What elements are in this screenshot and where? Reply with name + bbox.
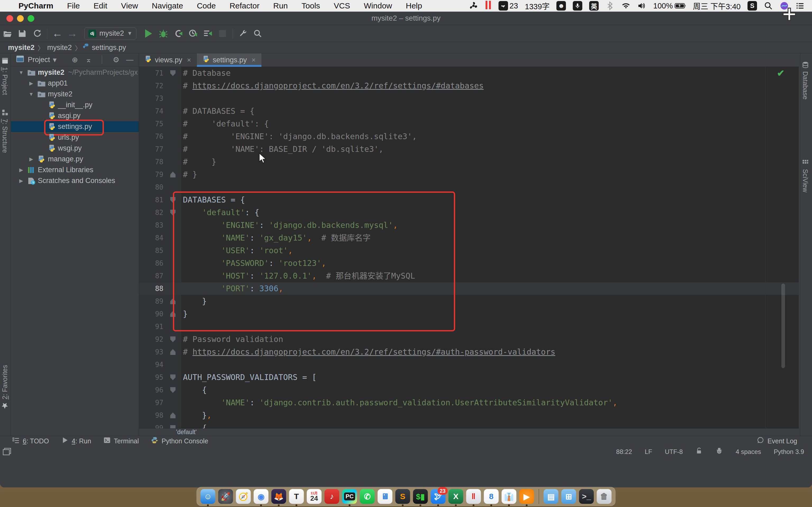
dock-typora[interactable]: T (289, 489, 304, 504)
dock-sunflower[interactable]: 8 (484, 489, 499, 504)
editor-scrollbar[interactable] (781, 284, 785, 368)
caret-position[interactable]: 88:22 (616, 448, 632, 455)
wifi-icon[interactable] (621, 1, 630, 10)
dock-keynote[interactable]: 🖥 (378, 489, 393, 504)
code-line-79[interactable]: 79# } (139, 168, 799, 181)
search-everywhere-icon[interactable] (250, 28, 265, 39)
profiler-button[interactable] (186, 28, 200, 39)
editor-area[interactable]: views.py × settings.py × 71# Database72#… (139, 53, 799, 436)
collapse-arrow-icon[interactable]: ▼ (17, 70, 25, 75)
dock-launchpad[interactable]: 🚀 (218, 489, 233, 504)
tree-item-manage-py[interactable]: ▶manage.py (11, 154, 139, 165)
forward-icon[interactable]: → (65, 28, 80, 39)
dock-firefox[interactable]: 🦊 (271, 489, 286, 504)
dock-calendar[interactable]: 11月24 (307, 489, 322, 504)
tree-item-scratches-and-consoles[interactable]: ▶Scratches and Consoles (11, 175, 139, 186)
code-line-92[interactable]: 92# Password validation (139, 333, 799, 346)
fold-marker-icon[interactable] (170, 172, 175, 177)
toolwindow-button-python-console[interactable]: Python Console (151, 437, 208, 446)
dock-pycharm[interactable]: PC (342, 489, 357, 504)
fold-marker-icon[interactable] (170, 336, 175, 342)
tool-stripe-database[interactable]: Database (801, 61, 809, 100)
dock-netease-music[interactable]: ♪ (324, 489, 339, 504)
menu-window[interactable]: Window (357, 1, 399, 10)
event-log-button[interactable]: Event Log (757, 437, 797, 446)
debug-button[interactable] (156, 28, 171, 39)
dock-folder-windows[interactable]: ⊞ (561, 489, 576, 504)
notification-list-icon[interactable] (796, 1, 805, 10)
fold-marker-icon[interactable] (170, 70, 175, 76)
hector-icon[interactable] (715, 447, 723, 456)
word-count[interactable]: 1339字 (525, 0, 550, 11)
breadcrumb-element[interactable]: 'default' (176, 429, 197, 436)
dock-excel[interactable]: X (449, 489, 463, 504)
menu-clock[interactable]: 周三 下午3:40 (693, 0, 741, 11)
menu-tools[interactable]: Tools (295, 1, 327, 10)
ime-icon[interactable]: 英 (589, 1, 599, 11)
code-line-93[interactable]: 93# https://docs.djangoproject.com/en/3.… (139, 346, 799, 358)
close-icon[interactable]: × (187, 56, 191, 64)
dock-trash[interactable]: 🗑 (597, 489, 612, 504)
locate-file-icon[interactable]: ⊕ (68, 55, 82, 64)
spotlight-icon[interactable] (764, 1, 773, 10)
gear-icon[interactable]: ⚙ (109, 55, 123, 64)
breadcrumb-item[interactable]: mysite2 (6, 44, 37, 52)
toolwindow-button-4--run[interactable]: 4: Run (61, 437, 91, 446)
code-line-97[interactable]: 97 'NAME': 'django.contrib.auth.password… (139, 396, 799, 409)
tool-windows-toggle-icon[interactable] (3, 448, 12, 456)
tool-stripe----structure[interactable]: 7: Structure (1, 109, 9, 153)
tool-stripe----favorites[interactable]: 2: Favorites (1, 365, 9, 409)
stop-button[interactable] (215, 28, 230, 39)
dock-tv[interactable]: ▶ (519, 489, 534, 504)
menu-navigate[interactable]: Navigate (145, 1, 190, 10)
open-icon[interactable] (0, 28, 15, 39)
menu-view[interactable]: View (114, 1, 145, 10)
fold-marker-icon[interactable] (170, 375, 175, 380)
code-line-74[interactable]: 74# DATABASES = { (139, 105, 799, 117)
editor-breadcrumb-bar[interactable]: 'default' (139, 428, 799, 436)
dingtalk-menu-icon[interactable]: 23 (499, 1, 518, 11)
tree-item-mysite2[interactable]: ▼mysite2 (11, 89, 139, 100)
menu-vcs[interactable]: VCS (327, 1, 357, 10)
code-line-96[interactable]: 96 { (139, 384, 799, 396)
run-multi-button[interactable] (200, 28, 215, 39)
menu-help[interactable]: Help (399, 1, 429, 10)
battery-percentage[interactable]: 100% (653, 2, 686, 10)
collapse-all-icon[interactable]: ⌅ (82, 55, 95, 64)
line-separator[interactable]: LF (645, 448, 652, 455)
expand-arrow-icon[interactable]: ▶ (27, 156, 35, 162)
microphone-icon[interactable] (573, 1, 582, 11)
wrench-icon[interactable] (236, 28, 250, 39)
dock-folder-documents[interactable]: ▤ (544, 489, 559, 504)
fan-icon[interactable] (469, 1, 478, 10)
python-interpreter[interactable]: Python 3.9 (774, 448, 804, 455)
code-line-76[interactable]: 76# 'ENGINE': 'django.db.backends.sqlite… (139, 130, 799, 143)
indent-setting[interactable]: 4 spaces (735, 448, 761, 455)
code-line-75[interactable]: 75# 'default': { (139, 117, 799, 130)
expand-arrow-icon[interactable]: ▶ (17, 167, 25, 173)
tree-item-app01[interactable]: ▶app01 (11, 78, 139, 89)
tab-views-py[interactable]: views.py × (139, 53, 197, 66)
menu-code[interactable]: Code (190, 1, 223, 10)
dock-wechat[interactable]: ✆ (360, 489, 375, 504)
menu-pycharm[interactable]: PyCharm (11, 1, 60, 10)
dock-dingtalk[interactable]: 🕊23 (431, 489, 446, 504)
menu-file[interactable]: File (60, 1, 87, 10)
bluetooth-icon[interactable] (606, 1, 615, 10)
fold-marker-icon[interactable] (170, 387, 175, 393)
code-line-72[interactable]: 72# https://docs.djangoproject.com/en/3.… (139, 79, 799, 92)
chevron-down-icon[interactable]: ▾ (50, 55, 59, 64)
fold-marker-icon[interactable] (170, 349, 175, 355)
fold-marker-icon[interactable] (170, 412, 175, 418)
dock-sublime-text[interactable]: S (395, 489, 410, 504)
tree-item---init---py[interactable]: __init__.py (11, 100, 139, 110)
tree-item-external-libraries[interactable]: ▶External Libraries (11, 165, 139, 175)
expand-arrow-icon[interactable]: ▶ (27, 80, 35, 87)
menu-edit[interactable]: Edit (87, 1, 114, 10)
code-line-77[interactable]: 77# 'NAME': BASE_DIR / 'db.sqlite3', (139, 143, 799, 156)
tree-item-settings-py[interactable]: settings.py (11, 121, 139, 132)
hide-panel-icon[interactable]: — (123, 55, 137, 64)
tab-settings-py[interactable]: settings.py × (197, 53, 261, 66)
dock-iterm[interactable]: >_ (579, 489, 594, 504)
code-line-95[interactable]: 95AUTH_PASSWORD_VALIDATORS = [ (139, 371, 799, 384)
